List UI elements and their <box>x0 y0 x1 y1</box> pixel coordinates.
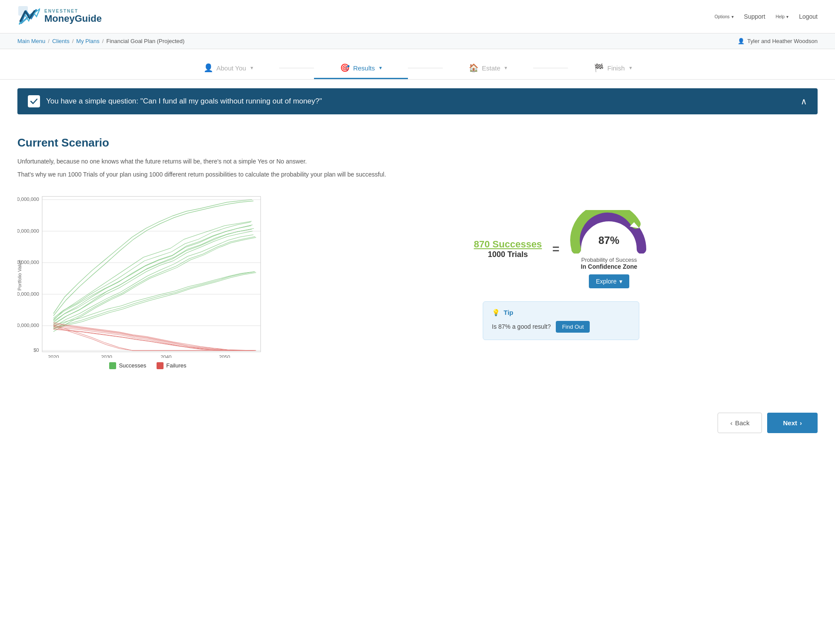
svg-text:2030: 2030 <box>101 354 112 357</box>
tip-question: Is 87% a good result? <box>492 323 551 330</box>
svg-text:$50,000,000: $50,000,000 <box>17 197 39 202</box>
y-axis-label: Portfolio Value <box>17 260 22 290</box>
svg-text:$20,000,000: $20,000,000 <box>17 291 39 296</box>
right-panel: 870 Successes 1000 Trials = 87% <box>304 193 818 340</box>
svg-text:$10,000,000: $10,000,000 <box>17 323 39 328</box>
breadcrumb-main-menu[interactable]: Main Menu <box>17 38 45 44</box>
desc1: Unfortunately, because no one knows what… <box>17 157 818 166</box>
tip-header-text: Tip <box>504 309 513 316</box>
breadcrumb: Main Menu / Clients / My Plans / Financi… <box>0 33 835 49</box>
desc2: That's why we run 1000 Trials of your pl… <box>17 170 818 179</box>
gauge-container: 87% Probability of Success In Confidence… <box>570 210 648 288</box>
gauge-svg: 87% <box>570 210 648 254</box>
confidence-label: In Confidence Zone <box>570 263 648 270</box>
wizard-step-about-you[interactable]: 👤 About You ▾ <box>177 58 279 79</box>
estate-label: Estate <box>482 64 501 72</box>
estate-arrow: ▾ <box>504 65 507 71</box>
help-link[interactable]: Help ▾ <box>776 14 789 19</box>
results-label: Results <box>353 64 375 72</box>
header: ENVESTNET MoneyGuide Options ▾ Support H… <box>0 0 835 33</box>
tip-icon: 💡 <box>492 309 500 317</box>
back-chevron-icon: ‹ <box>730 419 732 427</box>
svg-text:$40,000,000: $40,000,000 <box>17 228 39 233</box>
results-icon: 🎯 <box>340 63 350 73</box>
results-arrow: ▾ <box>379 65 382 71</box>
stats-row: 870 Successes 1000 Trials = 87% <box>474 210 648 288</box>
legend-successes: Successes <box>109 362 146 369</box>
chart-container: Portfolio Value $50,000,000 $40,000,000 … <box>17 193 278 369</box>
svg-text:2050: 2050 <box>219 354 230 357</box>
about-you-arrow: ▾ <box>250 65 253 71</box>
nav-links: Options ▾ Support Help ▾ Logout <box>715 13 818 20</box>
logo: ENVESTNET MoneyGuide <box>17 5 102 28</box>
chart-section: Portfolio Value $50,000,000 $40,000,000 … <box>17 193 818 369</box>
next-button[interactable]: Next › <box>767 413 818 433</box>
wizard-step-estate[interactable]: 🏠 Estate ▾ <box>443 58 534 79</box>
tip-content: Is 87% a good result? Find Out <box>492 321 630 333</box>
breadcrumb-my-plans[interactable]: My Plans <box>76 38 99 44</box>
explore-button[interactable]: Explore ▾ <box>589 274 629 288</box>
svg-text:2040: 2040 <box>160 354 171 357</box>
successes-legend-label: Successes <box>119 362 146 369</box>
failures-color-box <box>157 362 164 369</box>
step-connector-2 <box>408 68 443 68</box>
question-banner: You have a simple question: "Can I fund … <box>17 88 818 114</box>
back-button[interactable]: ‹ Back <box>718 413 762 433</box>
legend-failures: Failures <box>157 362 186 369</box>
footer: ‹ Back Next › <box>0 400 835 446</box>
finish-icon: 🏁 <box>594 63 604 73</box>
main-content: Current Scenario Unfortunately, because … <box>0 123 835 382</box>
equals-sign: = <box>552 242 559 256</box>
question-text: You have a simple question: "Can I fund … <box>46 97 322 106</box>
probability-label: Probability of Success <box>570 257 648 263</box>
options-link[interactable]: Options ▾ <box>715 14 733 19</box>
successes-text: 870 Successes 1000 Trials <box>474 239 542 259</box>
collapse-icon[interactable]: ∧ <box>801 96 807 107</box>
tip-header: 💡 Tip <box>492 309 630 317</box>
finish-arrow: ▾ <box>629 65 632 71</box>
breadcrumb-current: Financial Goal Plan (Projected) <box>106 38 184 44</box>
breadcrumb-clients[interactable]: Clients <box>52 38 70 44</box>
svg-text:$0: $0 <box>33 347 39 353</box>
svg-text:87%: 87% <box>598 234 619 246</box>
tip-box: 💡 Tip Is 87% a good result? Find Out <box>483 301 639 340</box>
find-out-button[interactable]: Find Out <box>556 321 590 333</box>
breadcrumb-left: Main Menu / Clients / My Plans / Financi… <box>17 38 184 44</box>
step-connector-1 <box>279 68 314 68</box>
logo-icon <box>17 5 40 28</box>
successes-count[interactable]: 870 Successes <box>474 239 542 250</box>
next-chevron-icon: › <box>800 419 802 427</box>
svg-text:2020: 2020 <box>48 354 59 357</box>
successes-color-box <box>109 362 116 369</box>
logo-bottom: MoneyGuide <box>44 13 102 24</box>
logout-link[interactable]: Logout <box>799 13 818 20</box>
step-connector-3 <box>533 68 568 68</box>
about-you-icon: 👤 <box>204 63 213 73</box>
wizard-step-finish[interactable]: 🏁 Finish ▾ <box>568 58 658 79</box>
section-title: Current Scenario <box>17 136 818 150</box>
trials-text: 1000 Trials <box>474 250 542 259</box>
failures-legend-label: Failures <box>166 362 186 369</box>
wizard-steps: 👤 About You ▾ 🎯 Results ▾ 🏠 Estate ▾ 🏁 F… <box>0 49 835 80</box>
check-icon <box>28 95 40 107</box>
breadcrumb-user: 👤 Tyler and Heather Woodson <box>738 38 818 44</box>
about-you-label: About You <box>217 64 246 72</box>
chart-legend: Successes Failures <box>17 362 278 369</box>
wizard-step-results[interactable]: 🎯 Results ▾ <box>314 58 408 79</box>
chart-wrap: Portfolio Value $50,000,000 $40,000,000 … <box>17 193 270 358</box>
estate-icon: 🏠 <box>469 63 478 73</box>
finish-label: Finish <box>607 64 625 72</box>
support-link[interactable]: Support <box>744 13 765 20</box>
question-banner-left: You have a simple question: "Can I fund … <box>28 95 322 107</box>
logo-text: ENVESTNET MoneyGuide <box>44 9 102 24</box>
chart-svg: $50,000,000 $40,000,000 $30,000,000 $20,… <box>17 193 270 358</box>
